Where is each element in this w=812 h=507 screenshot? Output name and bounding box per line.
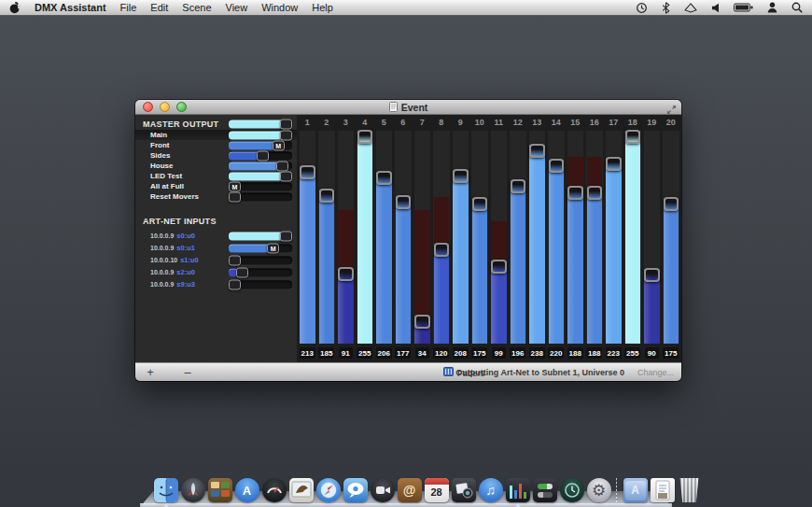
channel-column-9[interactable]: 9208 [451, 115, 470, 362]
fader-row-all-at-full[interactable]: All at FullM [135, 181, 297, 191]
menu-item-file[interactable]: File [120, 2, 137, 13]
channel-column-10[interactable]: 10175 [470, 115, 490, 362]
slider-knob[interactable] [229, 255, 241, 265]
dock-icon-dmx-assistant[interactable] [505, 478, 530, 502]
fader-row-main[interactable]: Main [135, 130, 297, 140]
channel-fader-knob[interactable] [472, 197, 488, 211]
artnet-row-s0-u1[interactable]: 10.0.0.9s0:u1M [135, 242, 297, 254]
slider-knob[interactable] [236, 267, 248, 277]
spotlight-icon[interactable] [791, 2, 803, 13]
dock-icon-photo-booth[interactable] [451, 478, 476, 502]
slider-knob[interactable] [276, 161, 288, 171]
menu-item-view[interactable]: View [226, 2, 248, 13]
trash-icon[interactable] [678, 478, 702, 502]
fader-slider[interactable] [229, 162, 292, 170]
channel-column-4[interactable]: 4255 [356, 115, 375, 362]
app-store-icon[interactable]: A [235, 478, 259, 502]
slider-knob[interactable] [280, 130, 292, 140]
fader-slider[interactable] [229, 151, 292, 160]
channel-column-15[interactable]: 15188 [566, 115, 585, 362]
channel-fader-track[interactable] [395, 131, 412, 344]
channel-column-13[interactable]: 13238 [527, 115, 547, 362]
channel-fader-knob[interactable] [529, 144, 545, 158]
dock-icon-applications-folder[interactable]: A [623, 478, 648, 502]
menu-item-help[interactable]: Help [312, 2, 333, 13]
slider-knob[interactable] [257, 150, 269, 161]
menu-item-scene[interactable]: Scene [182, 2, 211, 13]
channel-fader-track[interactable] [318, 131, 335, 344]
slider-knob[interactable]: M [229, 181, 241, 191]
master-output-slider[interactable] [229, 120, 292, 128]
channel-fader-track[interactable] [586, 131, 603, 344]
channel-column-8[interactable]: 8120 [432, 115, 452, 362]
channel-column-3[interactable]: 391 [336, 115, 356, 362]
channel-column-14[interactable]: 14220 [547, 115, 567, 362]
channel-column-11[interactable]: 1199 [489, 115, 509, 362]
slider-knob[interactable] [280, 119, 292, 129]
slider-knob[interactable] [229, 279, 241, 289]
dock-icon-app-store[interactable]: A [234, 478, 259, 502]
artnet-slider[interactable]: M [229, 244, 292, 252]
channel-column-18[interactable]: 18255 [623, 115, 643, 362]
fader-row-sides[interactable]: Sides [135, 150, 297, 161]
channel-fader-knob[interactable] [567, 186, 583, 200]
channel-fader-track[interactable] [644, 131, 661, 344]
channel-fader-knob[interactable] [664, 197, 679, 211]
slider-knob[interactable] [280, 171, 292, 181]
channel-fader-track[interactable] [548, 131, 565, 344]
artnet-slider[interactable] [229, 256, 292, 264]
channel-fader-knob[interactable] [644, 268, 660, 282]
channel-fader-knob[interactable] [453, 169, 469, 183]
channel-fader-track[interactable] [414, 131, 431, 344]
itunes-icon[interactable]: ♫ [479, 478, 503, 502]
dock-icon-preview[interactable] [288, 478, 314, 502]
dmx-assistant-icon[interactable] [506, 478, 530, 502]
fader-slider[interactable] [229, 131, 292, 139]
preview-icon[interactable] [289, 478, 314, 502]
dock-icon-documents[interactable] [650, 478, 675, 502]
dock-icon-time-machine[interactable] [559, 478, 584, 502]
channel-column-16[interactable]: 16188 [585, 115, 605, 362]
channel-fader-track[interactable] [510, 131, 526, 344]
channel-fader-knob[interactable] [414, 315, 430, 329]
dock-icon-finder[interactable] [153, 478, 178, 502]
zoom-button[interactable] [176, 102, 187, 112]
channel-fader-track[interactable] [606, 131, 623, 344]
close-button[interactable] [143, 102, 153, 112]
fader-row-led-test[interactable]: LED Test [135, 171, 297, 181]
dock-icon-ical[interactable]: 28 [424, 478, 449, 502]
dock-icon-trash[interactable] [677, 478, 702, 502]
channel-fader-knob[interactable] [396, 195, 412, 209]
channel-fader-track[interactable] [624, 131, 641, 344]
facetime-icon[interactable] [371, 478, 395, 502]
documents-icon[interactable] [651, 478, 675, 502]
volume-icon[interactable] [711, 3, 720, 13]
channel-fader-knob[interactable] [625, 130, 641, 144]
minimize-button[interactable] [160, 102, 170, 112]
channel-column-19[interactable]: 1990 [642, 115, 662, 362]
artnet-row-s9-u3[interactable]: 10.0.0.9s9:u3 [135, 278, 297, 290]
channel-fader-knob[interactable] [376, 171, 392, 185]
slider-knob[interactable] [229, 191, 241, 202]
mission-control-icon[interactable] [208, 478, 232, 502]
fader-slider[interactable] [229, 192, 292, 201]
ical-icon[interactable]: 28 [425, 478, 449, 502]
remove-button[interactable]: – [178, 363, 197, 381]
fader-slider[interactable]: M [229, 182, 292, 190]
channel-fader-knob[interactable] [491, 260, 507, 274]
channel-fader-track[interactable] [300, 131, 316, 344]
safari-icon[interactable] [316, 478, 341, 502]
menu-item-edit[interactable]: Edit [150, 2, 168, 13]
channel-fader-track[interactable] [567, 131, 584, 344]
fader-slider[interactable] [229, 172, 292, 180]
battery-icon[interactable] [734, 3, 753, 12]
launchpad-icon[interactable] [181, 478, 205, 502]
channel-fader-track[interactable] [338, 131, 355, 344]
channel-column-1[interactable]: 1213 [298, 115, 317, 362]
menu-item-window[interactable]: Window [261, 2, 298, 13]
channel-column-20[interactable]: 20175 [662, 115, 681, 362]
channel-column-2[interactable]: 2185 [317, 115, 337, 362]
channel-fader-track[interactable] [491, 131, 508, 344]
channel-fader-track[interactable] [376, 131, 393, 344]
fader-row-house[interactable]: House [135, 161, 297, 171]
